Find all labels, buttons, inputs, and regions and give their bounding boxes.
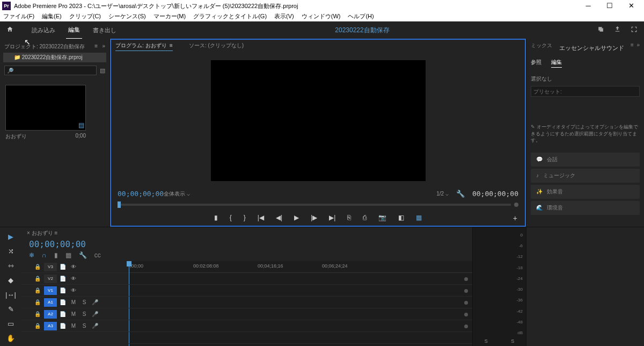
- menu-graphics[interactable]: グラフィックとタイトル(G): [193, 12, 267, 20]
- timeline-ruler[interactable]: ;00;00 00:02:08:08 00;04;16;16 00;06;24;…: [129, 261, 472, 273]
- ess-btn-dialogue[interactable]: 💬 会話: [531, 153, 640, 167]
- program-tc-total: 00;00;00;00: [472, 190, 518, 198]
- transport-controls: ▮ { } |◀ ◀| ▶ |▶ ▶| ⎘ ⎙ 📷 ◧ ▦ +: [111, 210, 525, 226]
- selection-tool[interactable]: ▶: [8, 233, 13, 241]
- minimize-button[interactable]: ─: [577, 0, 599, 12]
- solo-left[interactable]: S: [485, 338, 488, 344]
- track-output-toggle[interactable]: [464, 301, 468, 305]
- step-forward-button[interactable]: |▶: [311, 214, 317, 221]
- solo-right[interactable]: S: [511, 338, 514, 344]
- export-frame-button[interactable]: 📷: [378, 214, 386, 221]
- ripple-edit-tool[interactable]: ⇿: [8, 262, 14, 270]
- step-back-button[interactable]: ◀|: [276, 214, 282, 221]
- maximize-button[interactable]: ☐: [599, 0, 620, 12]
- track-output-toggle[interactable]: [464, 325, 468, 328]
- extract-button[interactable]: ⎙: [363, 214, 367, 221]
- insert-button[interactable]: ▦: [416, 214, 422, 221]
- add-marker-button[interactable]: ▮: [214, 214, 218, 221]
- timeline-content[interactable]: ;00;00 00:02:08:08 00;04;16;16 00;06;24;…: [129, 261, 472, 346]
- rectangle-tool[interactable]: ▭: [8, 320, 14, 328]
- razor-tool[interactable]: ◆: [8, 276, 13, 284]
- menu-help[interactable]: ヘルプ(H): [348, 12, 374, 20]
- ess-tab-browse[interactable]: 参照: [531, 59, 541, 68]
- hand-tool[interactable]: ✋: [6, 334, 15, 342]
- slip-tool[interactable]: |↔|: [5, 291, 16, 299]
- menu-sequence[interactable]: シーケンス(S): [108, 12, 146, 20]
- workspace-title: 20230222自動保存: [127, 26, 597, 35]
- button-editor-icon[interactable]: +: [513, 214, 517, 222]
- track-v3[interactable]: 🔒V3📄👁: [21, 261, 129, 273]
- clip-duration: 0;00: [76, 133, 86, 140]
- ess-btn-sfx[interactable]: ✨ 効果音: [531, 185, 640, 199]
- caption-icon[interactable]: cc: [94, 251, 101, 259]
- program-tc-current[interactable]: 00;00;00;00: [118, 190, 164, 198]
- ess-btn-music[interactable]: ♪ ミュージック: [531, 169, 640, 183]
- clip-thumbnail[interactable]: ▤: [5, 85, 86, 131]
- quick-export-icon[interactable]: [597, 26, 604, 34]
- menu-window[interactable]: ウィンドウ(W): [302, 12, 341, 20]
- meter-label: -6: [516, 243, 523, 248]
- tools-panel: ▶ ⤭ ⇿ ◆ |↔| ✎ ▭ ✋ T: [0, 227, 21, 346]
- ess-tab-edit[interactable]: 編集: [551, 59, 562, 68]
- program-scrubber[interactable]: [118, 204, 511, 206]
- track-output-toggle[interactable]: [464, 277, 468, 281]
- essential-sound-title: エッセンシャルサウンド: [558, 42, 625, 54]
- track-a2[interactable]: 🔒A2📄MS🎤: [21, 308, 129, 320]
- playhead-handle[interactable]: [118, 201, 121, 208]
- nest-icon[interactable]: ▦: [65, 251, 71, 259]
- mark-out-button[interactable]: }: [244, 214, 246, 221]
- preset-dropdown[interactable]: [531, 86, 640, 97]
- menu-view[interactable]: 表示(V): [274, 12, 294, 20]
- snap-icon[interactable]: ❄: [29, 251, 34, 259]
- app-icon: Pr: [2, 2, 11, 10]
- track-a3[interactable]: 🔒A3📄MS🎤: [21, 320, 129, 332]
- project-search-input[interactable]: [4, 66, 97, 75]
- source-tab[interactable]: ソース: (クリップなし): [189, 42, 244, 51]
- track-v1[interactable]: 🔒V1📄👁: [21, 285, 129, 297]
- close-button[interactable]: ✕: [620, 0, 642, 12]
- track-headers: 🔒V3📄👁 🔒V2📄👁 🔒V1📄👁 🔒A1📄MS🎤 🔒A2📄MS🎤 🔒A3📄MS…: [21, 261, 129, 346]
- menubar: ファイル(F) 編集(E) クリップ(C) シーケンス(S) マーカー(M) グ…: [0, 12, 644, 21]
- marker-icon[interactable]: ▮: [54, 251, 58, 259]
- menu-edit[interactable]: 編集(E): [42, 12, 62, 20]
- mix-tab[interactable]: ミックス: [531, 42, 552, 54]
- go-to-out-button[interactable]: ▶|: [329, 214, 335, 221]
- meter-label: -18: [516, 265, 523, 270]
- go-to-in-button[interactable]: |◀: [258, 214, 264, 221]
- workspace-tab-edit[interactable]: 編集: [66, 21, 82, 39]
- zoom-fit-dropdown[interactable]: 全体表示 ⌵: [164, 190, 190, 198]
- share-icon[interactable]: [614, 26, 621, 34]
- home-icon[interactable]: [6, 26, 13, 34]
- settings-icon[interactable]: 🔧: [456, 190, 465, 198]
- clip-name: おおずり: [5, 133, 27, 140]
- menu-file[interactable]: ファイル(F): [3, 12, 34, 20]
- menu-marker[interactable]: マーカー(M): [153, 12, 186, 20]
- program-tab[interactable]: プログラム: おおずり ≡: [115, 42, 173, 51]
- fullscreen-icon[interactable]: [631, 26, 638, 34]
- wrench-icon[interactable]: 🔧: [79, 251, 87, 259]
- scrub-end-dot[interactable]: [514, 203, 518, 207]
- lift-button[interactable]: ⎘: [347, 214, 351, 221]
- panel-menu-icon[interactable]: ≡ »: [631, 42, 640, 54]
- resolution-dropdown[interactable]: 1/2 ⌵: [436, 191, 449, 197]
- track-a1[interactable]: 🔒A1📄MS🎤: [21, 297, 129, 308]
- new-bin-icon[interactable]: ▧: [100, 67, 105, 74]
- ess-btn-ambience[interactable]: 🌊 環境音: [531, 201, 640, 215]
- workspace-tab-import[interactable]: 読み込み: [30, 22, 57, 39]
- workspace-tab-export[interactable]: 書き出し: [91, 22, 119, 39]
- project-bin[interactable]: 📁 20230222自動保存.prproj: [3, 53, 106, 62]
- linked-selection-icon[interactable]: ∩: [42, 251, 47, 259]
- panel-menu-icon[interactable]: ≡ »: [94, 43, 105, 51]
- menu-clip[interactable]: クリップ(C): [69, 12, 101, 20]
- track-output-toggle[interactable]: [464, 313, 468, 316]
- track-output-toggle[interactable]: [464, 289, 468, 293]
- play-button[interactable]: ▶: [294, 214, 299, 221]
- track-v2[interactable]: 🔒V2📄👁: [21, 273, 129, 285]
- timeline-timecode[interactable]: 00;00;00;00: [21, 239, 472, 249]
- comparison-view-button[interactable]: ◧: [398, 214, 404, 221]
- sequence-tab[interactable]: おおずり: [32, 230, 53, 236]
- pen-tool[interactable]: ✎: [8, 305, 14, 313]
- mark-in-button[interactable]: {: [230, 214, 232, 221]
- track-select-tool[interactable]: ⤭: [8, 247, 14, 255]
- program-viewer[interactable]: [111, 53, 525, 188]
